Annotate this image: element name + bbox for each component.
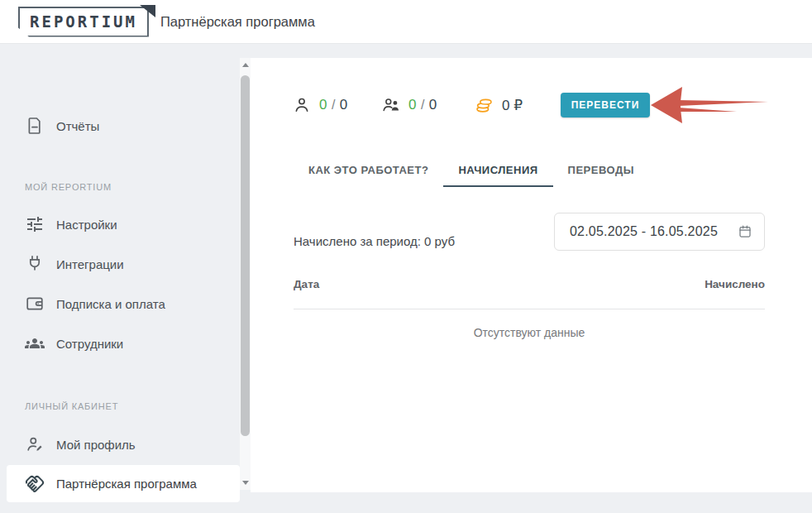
date-range-value: 02.05.2025 - 16.05.2025: [570, 224, 737, 239]
sidebar-item-integrations[interactable]: Интеграции: [0, 247, 238, 280]
sidebar-item-label: Подписка и оплата: [56, 297, 165, 311]
sidebar-item-label: Сотрудники: [56, 337, 123, 351]
stat-balance: 0 ₽: [475, 93, 523, 117]
tab-accruals[interactable]: НАЧИСЛЕНИЯ: [443, 156, 552, 187]
sidebar-item-label: Интеграции: [56, 257, 124, 271]
sidebar-item-label: Партнёрская программа: [56, 477, 197, 491]
stat-users-separator: /: [332, 98, 335, 112]
sidebar-item-settings[interactable]: Настройки: [0, 208, 238, 241]
sidebar-item-subscription[interactable]: Подписка и оплата: [0, 287, 238, 320]
sidebar-item-knowledge-base[interactable]: База знаний: [0, 506, 238, 513]
tab-transfers[interactable]: ПЕРЕВОДЫ: [553, 156, 649, 187]
table-header-row: Дата Начислено: [294, 278, 765, 296]
sidebar-item-reports[interactable]: Отчёты: [0, 109, 238, 142]
people-icon: [381, 95, 401, 115]
scrollbar-up-arrow[interactable]: [240, 60, 251, 71]
main-panel: 0 / 0 0 / 0: [251, 58, 812, 492]
document-icon: [25, 116, 45, 136]
stat-team: 0 / 0: [381, 93, 437, 117]
top-header: REPORTIUM Партнёрская программа: [0, 0, 812, 44]
person-icon: [292, 95, 312, 115]
sliders-icon: [25, 214, 45, 234]
table-empty-message: Отсутствуют данные: [294, 326, 765, 339]
table-divider: [294, 309, 765, 309]
transfer-button[interactable]: ПЕРЕВЕСТИ: [561, 93, 650, 117]
calendar-icon[interactable]: [737, 223, 753, 240]
sidebar-item-label: Настройки: [56, 218, 117, 232]
scrollbar-thumb[interactable]: [241, 75, 250, 436]
sidebar-section-personal-cabinet: ЛИЧНЫЙ КАБИНЕТ: [25, 401, 118, 411]
stat-team-total: 0: [429, 97, 437, 113]
tab-bar: КАК ЭТО РАБОТАЕТ? НАЧИСЛЕНИЯ ПЕРЕВОДЫ: [294, 156, 649, 187]
reportium-logo[interactable]: REPORTIUM: [18, 7, 149, 37]
handshake-icon: [25, 474, 45, 494]
annotation-arrow: [651, 85, 771, 125]
date-range-picker[interactable]: 02.05.2025 - 16.05.2025: [554, 213, 765, 251]
stat-users-current: 0: [319, 97, 327, 113]
stat-users: 0 / 0: [292, 93, 347, 117]
sidebar-section-my-reportium: МОЙ REPORTIUM: [25, 182, 112, 192]
table-column-accrued: Начислено: [705, 278, 765, 296]
table-column-date: Дата: [294, 278, 319, 296]
coins-icon: [475, 95, 494, 115]
period-summary-label: Начислено за период: 0 руб: [294, 234, 455, 248]
person-edit-icon: [25, 434, 45, 454]
sidebar: Отчёты МОЙ REPORTIUM Настройки Интеграци…: [0, 45, 238, 513]
sidebar-item-label: Мой профиль: [56, 438, 136, 452]
sidebar-scrollbar[interactable]: [240, 58, 251, 490]
tab-how-it-works[interactable]: КАК ЭТО РАБОТАЕТ?: [294, 156, 443, 187]
groups-icon: [25, 333, 45, 353]
stat-team-current: 0: [408, 97, 416, 113]
page-title: Партнёрская программа: [160, 14, 315, 30]
sidebar-item-label: Отчёты: [56, 119, 99, 133]
sidebar-item-partner-program[interactable]: Партнёрская программа: [7, 465, 240, 502]
app-window: REPORTIUM Партнёрская программа Отчёты М…: [0, 0, 812, 513]
stat-balance-value: 0 ₽: [502, 97, 523, 114]
plug-icon: [25, 254, 45, 274]
logo-corner-decoration: [140, 5, 155, 17]
wallet-icon: [25, 294, 45, 314]
sidebar-item-profile[interactable]: Мой профиль: [0, 428, 238, 461]
stat-team-separator: /: [421, 98, 424, 112]
stat-users-total: 0: [340, 97, 347, 113]
sidebar-item-employees[interactable]: Сотрудники: [0, 327, 238, 360]
logo-text: REPORTIUM: [18, 7, 149, 37]
scrollbar-down-arrow[interactable]: [240, 477, 251, 488]
